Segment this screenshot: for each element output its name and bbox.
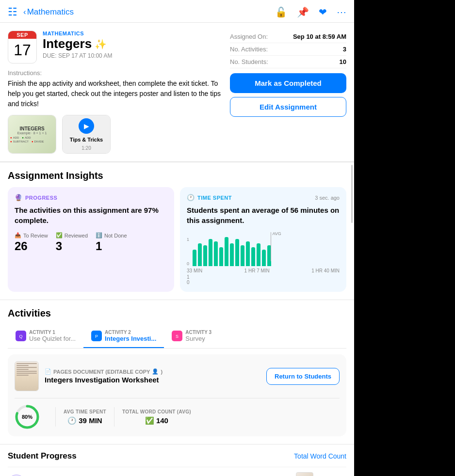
no-students-label: No. Students: (230, 58, 268, 65)
bar-2 (203, 245, 207, 266)
heart-icon[interactable]: ❤ (319, 6, 327, 18)
user-icon: 👤 (152, 368, 159, 375)
doc-thumbnail (15, 361, 39, 391)
activity-2-name: Integers Investi... (105, 335, 156, 342)
header-actions: 🔓 📌 ❤ ⋯ (275, 6, 346, 18)
stat-divider-2 (114, 407, 114, 427)
activity-tabs: Q ACTIVITY 1 Use Quizlet for... P ACTIVI… (8, 325, 346, 349)
bar-1 (198, 243, 202, 266)
checkmark-icon: ✅ (56, 232, 63, 238)
student-doc-thumb-jb (296, 472, 313, 476)
attachment-integers-poster[interactable]: INTEGERS Example · 8 + 1 = 1 ●ADD ●ADD ●… (8, 115, 56, 154)
unlock-icon[interactable]: 🔓 (275, 6, 287, 18)
activity-3-num: ACTIVITY 3 (185, 330, 211, 335)
instructions-label: Instructions: (8, 69, 222, 77)
not-done-value: 1 (96, 239, 127, 253)
assignment-info: MATHEMATICS Integers ✨ DUE: SEP 17 AT 10… (43, 31, 222, 59)
bar-11 (251, 247, 255, 266)
avg-line (271, 232, 271, 261)
avg-label: AVG (272, 231, 281, 236)
activity-1-num: ACTIVITY 1 (29, 330, 76, 335)
no-students-row: No. Students: 10 (230, 56, 346, 68)
bar-0 (193, 250, 196, 266)
chart-labels: 33 MIN 1 HR 7 MIN 1 HR 40 MIN (187, 268, 340, 273)
to-review-stat: 📥 To Review 26 (15, 232, 48, 253)
no-activities-label: No. Activities: (230, 46, 268, 53)
mark-as-completed-button[interactable]: Mark as Completed (230, 73, 346, 93)
attachment-tips-tricks[interactable]: ▶ Tips & Tricks 1:20 (62, 115, 111, 154)
doc-info: 📄 PAGES DOCUMENT (EDITABLE COPY 👤 ) Inte… (45, 368, 260, 384)
more-icon[interactable]: ⋯ (337, 6, 346, 18)
activity-tab-3[interactable]: S ACTIVITY 3 Survey (164, 325, 219, 348)
pin-icon[interactable]: 📌 (297, 6, 309, 18)
activities-section: Activities Q ACTIVITY 1 Use Quizlet for.… (0, 300, 354, 444)
sidebar-toggle-icon[interactable]: ☷ (8, 6, 17, 18)
stat-divider-1 (55, 407, 56, 427)
insights-cards: 🔮 PROGRESS The activities on this assign… (8, 187, 346, 292)
time-description: Students spent an average of 56 minutes … (187, 205, 340, 225)
doc-name: Integers Investigation Worksheet (45, 376, 260, 384)
progress-description: The activities on this assignment are 97… (15, 205, 167, 225)
svg-text:S: S (176, 334, 179, 339)
assignment-title: Integers (43, 36, 92, 51)
insights-title: Assignment Insights (8, 170, 346, 181)
activity-2-icon: P (91, 331, 102, 341)
back-button[interactable]: ‹ Mathematics (23, 7, 74, 17)
calendar-badge: SEP 17 (8, 31, 37, 63)
activity-2-num: ACTIVITY 2 (105, 330, 156, 335)
chart-label-2: 1 HR 40 MIN (311, 268, 340, 273)
bar-5 (219, 247, 223, 266)
not-done-label: Not Done (104, 233, 127, 238)
progress-card: 🔮 PROGRESS The activities on this assign… (8, 187, 174, 292)
bar-3 (209, 239, 212, 266)
pages-icon: 📄 (45, 368, 51, 375)
word-count-stat: TOTAL WORD COUNT (AVG) ✅ 140 (122, 409, 191, 425)
activity-1-icon: Q (16, 331, 26, 341)
total-word-count-link[interactable]: Total Word Count (294, 452, 346, 460)
scroll-indicator[interactable] (351, 165, 353, 223)
student-progress-header: Student Progress Total Word Count (8, 451, 346, 461)
progress-percentage: 80% (22, 414, 32, 420)
no-activities-value: 3 (343, 46, 346, 53)
assigned-on-row: Assigned On: Sep 10 at 8:59 AM (230, 31, 346, 43)
bar-6 (225, 237, 228, 266)
time-type-label: TIME SPENT (197, 195, 232, 201)
video-title: Tips & Tricks (70, 137, 103, 143)
student-progress-section: Student Progress Total Word Count JB Jas… (0, 444, 354, 476)
activity-3-name: Survey (185, 335, 211, 342)
play-button-icon[interactable]: ▶ (79, 118, 94, 134)
clock-small-icon: 🕐 (67, 416, 77, 425)
instructions-text: Finish the app activity and worksheet, t… (8, 79, 222, 109)
not-done-stat: ℹ️ Not Done 1 (96, 232, 127, 253)
chart-label-1: 1 HR 7 MIN (244, 268, 270, 273)
back-label: Mathematics (27, 7, 74, 17)
avg-time-stat: AVG TIME SPENT 🕐 39 MIN (64, 409, 106, 425)
assigned-on-label: Assigned On: (230, 33, 268, 40)
progress-type-label: PROGRESS (25, 195, 57, 201)
student-row: JB Jason Bettinger READY FOR REVIEW 131 … (8, 467, 346, 476)
word-count-value: ✅ 140 (145, 416, 168, 425)
reviewed-label: Reviewed (65, 233, 88, 238)
circular-progress: 80% (15, 404, 40, 429)
assigned-on-value: Sep 10 at 8:59 AM (293, 33, 346, 40)
attachments: INTEGERS Example · 8 + 1 = 1 ●ADD ●ADD ●… (8, 115, 222, 154)
no-students-value: 10 (340, 58, 346, 65)
doc-type-label: 📄 PAGES DOCUMENT (EDITABLE COPY 👤 ) (45, 368, 260, 375)
return-to-students-button[interactable]: Return to Students (266, 368, 340, 385)
chart-label-0: 33 MIN (187, 268, 202, 273)
activity-tab-1[interactable]: Q ACTIVITY 1 Use Quizlet for... (8, 325, 83, 348)
due-date: DUE: SEP 17 AT 10:00 AM (43, 52, 222, 59)
reviewed-value: 3 (56, 239, 88, 253)
edit-assignment-button[interactable]: Edit Assignment (230, 97, 346, 117)
activity-tab-2[interactable]: P ACTIVITY 2 Integers Investi... (83, 325, 164, 348)
activity-3-icon: S (172, 331, 182, 341)
bar-13 (262, 250, 266, 266)
to-review-value: 26 (15, 239, 48, 253)
checkmark-circle-icon: ✅ (145, 416, 154, 425)
sparkle-icon: ✨ (95, 38, 107, 50)
word-count-label: TOTAL WORD COUNT (AVG) (122, 409, 191, 414)
svg-text:Q: Q (19, 334, 22, 339)
bar-9 (241, 245, 244, 266)
subject-label: MATHEMATICS (43, 31, 222, 36)
calendar-day: 17 (8, 39, 36, 61)
